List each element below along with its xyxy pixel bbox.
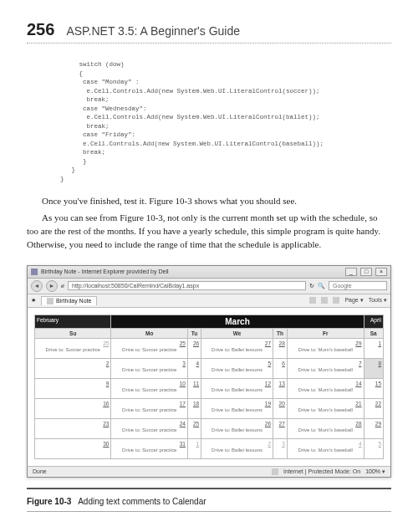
calendar-month-title: March	[111, 315, 364, 328]
figure-text: Adding text comments to Calendar	[78, 497, 206, 506]
print-button[interactable]	[333, 297, 339, 304]
status-left: Done	[33, 468, 47, 474]
next-month-link[interactable]: April	[364, 315, 383, 328]
home-button[interactable]	[309, 297, 316, 304]
calendar-cell[interactable]: 3	[273, 438, 288, 458]
figure: Birthday Note - Internet Explorer provid…	[27, 265, 391, 478]
rss-button[interactable]	[321, 297, 328, 304]
forward-button[interactable]: ►	[46, 280, 58, 292]
close-button[interactable]: ×	[375, 268, 387, 276]
address-icon: ℯ	[61, 283, 64, 289]
calendar-cell[interactable]: 17Drive to: Soccer practice	[111, 398, 187, 418]
titlebar: Birthday Note - Internet Explorer provid…	[28, 266, 390, 279]
status-mid: Internet | Protected Mode: On	[283, 468, 360, 474]
navbar: ◄ ► ℯ http://localhost:50850/CalRemind/C…	[28, 279, 390, 294]
calendar-cell[interactable]: 26Drive to: Ballet lessons	[201, 418, 273, 438]
search-icon[interactable]: 🔍	[318, 283, 325, 289]
calendar-cell[interactable]: 29Drive to: Mom's baseball	[287, 338, 364, 358]
statusbar: Done Internet | Protected Mode: On 100% …	[28, 466, 390, 477]
tabbar: ★ Birthday Note Page ▾ Tools ▾	[28, 294, 390, 308]
window-title: Birthday Note - Internet Explorer provid…	[41, 269, 342, 274]
tab-label: Birthday Note	[56, 298, 91, 304]
day-name-row: Su Mo Tu We Th Fr Sa	[35, 328, 384, 338]
figure-caption: Figure 10-3 Adding text comments to Cale…	[27, 488, 391, 512]
calendar-cell[interactable]: 10Drive to: Soccer practice	[111, 378, 187, 398]
page-title: ASP.NET 3.5: A Beginner's Guide	[66, 24, 240, 38]
calendar-cell[interactable]: 19Drive to: Ballet lessons	[201, 398, 273, 418]
calendar-cell[interactable]: 5	[364, 438, 383, 458]
calendar-cell[interactable]: 18	[187, 398, 201, 418]
minimize-button[interactable]: _	[345, 268, 357, 276]
print-icon	[333, 297, 339, 304]
calendar-cell[interactable]: 27	[273, 418, 288, 438]
prev-month-link[interactable]: February	[35, 315, 111, 328]
calendar-cell[interactable]: 8	[364, 358, 383, 378]
tab-birthday-note[interactable]: Birthday Note	[41, 296, 97, 305]
calendar-cell[interactable]: 20	[273, 398, 288, 418]
calendar-cell[interactable]: 28Drive to: Mom's baseball	[287, 418, 364, 438]
calendar-table: February March April Su Mo Tu We Th Fr S…	[34, 315, 384, 459]
rss-icon	[321, 297, 328, 304]
calendar-cell[interactable]: 4Drive to: Mom's baseball	[287, 438, 364, 458]
calendar-cell[interactable]: 15	[364, 378, 383, 398]
favorites-icon[interactable]: ★	[31, 297, 36, 304]
dayname: Su	[35, 328, 111, 338]
calendar-cell[interactable]: 16	[35, 398, 111, 418]
home-icon	[309, 297, 316, 304]
page-menu[interactable]: Page ▾	[344, 297, 363, 304]
calendar-cell[interactable]: 27Drive to: Ballet lessons	[201, 338, 273, 358]
browser-window: Birthday Note - Internet Explorer provid…	[27, 265, 391, 478]
dayname: Mo	[111, 328, 187, 338]
calendar-cell[interactable]: 26	[187, 338, 201, 358]
calendar-cell[interactable]: 30	[35, 438, 111, 458]
page-header: 256 ASP.NET 3.5: A Beginner's Guide	[27, 20, 391, 43]
toolbar: Page ▾ Tools ▾	[309, 297, 387, 304]
calendar-cell[interactable]: 14Drive to: Mom's baseball	[287, 378, 364, 398]
tab-icon	[47, 298, 54, 304]
calendar-cell[interactable]: 3Drive to: Soccer practice	[111, 358, 187, 378]
calendar-cell[interactable]: 29	[364, 418, 383, 438]
dayname: Sa	[364, 328, 383, 338]
calendar-cell[interactable]: 12Drive to: Ballet lessons	[201, 378, 273, 398]
calendar-page: February March April Su Mo Tu We Th Fr S…	[28, 308, 390, 466]
dayname: Fr	[287, 328, 364, 338]
tools-menu[interactable]: Tools ▾	[369, 297, 387, 304]
calendar-cell[interactable]: 21Drive to: Mom's baseball	[287, 398, 364, 418]
dayname: Th	[273, 328, 288, 338]
code-block: switch (dow) { case "Monday" : e.Cell.Co…	[60, 60, 391, 183]
calendar-cell[interactable]: 4	[187, 358, 201, 378]
dayname: We	[201, 328, 273, 338]
calendar-cell[interactable]: 25	[187, 418, 201, 438]
calendar-cell[interactable]: 11	[187, 378, 201, 398]
page-number: 256	[27, 20, 54, 39]
calendar-cell[interactable]: 2Drive to: Ballet lessons	[201, 438, 273, 458]
address-bar[interactable]: http://localhost:50850/CalRemind/CalBday…	[68, 281, 306, 290]
app-icon	[31, 269, 38, 275]
calendar-cell[interactable]: 5Drive to: Ballet lessons	[201, 358, 273, 378]
dayname: Tu	[187, 328, 201, 338]
calendar-cell[interactable]: 9	[35, 378, 111, 398]
calendar-cell[interactable]: 7Drive to: Mom's baseball	[287, 358, 364, 378]
internet-zone-icon	[272, 468, 278, 475]
calendar-cell[interactable]: 28	[273, 338, 288, 358]
maximize-button[interactable]: □	[360, 268, 372, 276]
calendar-cell[interactable]: 31Drive to: Soccer practice	[111, 438, 187, 458]
paragraph-2: As you can see from Figure 10-3, not onl…	[27, 212, 391, 252]
calendar-cell[interactable]: 24Drive to: Soccer practice	[111, 418, 187, 438]
figure-label: Figure 10-3	[27, 497, 71, 506]
calendar-cell[interactable]: 6	[273, 358, 288, 378]
refresh-icon[interactable]: ↻	[309, 283, 314, 289]
calendar-cell[interactable]: 25Drive to: Soccer practice	[35, 338, 111, 358]
calendar-cell[interactable]: 23	[35, 418, 111, 438]
calendar-cell[interactable]: 2	[35, 358, 111, 378]
calendar-cell[interactable]: 22	[364, 398, 383, 418]
paragraph-1: Once you've finished, test it. Figure 10…	[27, 195, 391, 208]
calendar-cell[interactable]: 1	[187, 438, 201, 458]
calendar-cell[interactable]: 1	[364, 338, 383, 358]
back-button[interactable]: ◄	[31, 280, 43, 292]
zoom-label[interactable]: 100% ▾	[365, 468, 385, 475]
body-text: Once you've finished, test it. Figure 10…	[27, 195, 391, 252]
search-input[interactable]: Google	[329, 281, 387, 290]
calendar-cell[interactable]: 13	[273, 378, 288, 398]
calendar-cell[interactable]: 25Drive to: Soccer practice	[111, 338, 187, 358]
